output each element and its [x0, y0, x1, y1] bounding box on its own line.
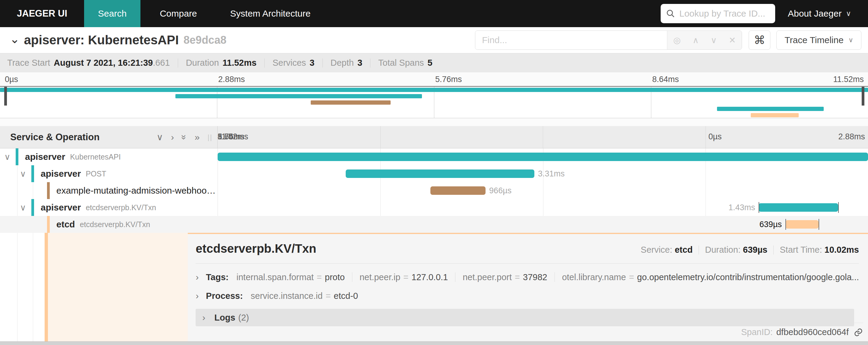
- tag-pair: net.peer.ip=127.0.0.1: [360, 272, 448, 282]
- keyboard-shortcuts-button[interactable]: ⌘: [749, 30, 770, 50]
- span-id-value: dfbebd960ced064f: [776, 327, 849, 337]
- expand-icon[interactable]: ›: [195, 291, 206, 301]
- span-row-webhook[interactable]: ∨ example-mutating-admission-webhook... …: [0, 182, 868, 199]
- nav-item-system-architecture[interactable]: System Architecture: [216, 0, 324, 27]
- find-input[interactable]: [475, 31, 667, 50]
- collapse-trace-icon[interactable]: ⌄: [10, 32, 20, 46]
- minimap-span-bar: [717, 107, 824, 111]
- nav-item-search[interactable]: Search: [84, 0, 141, 27]
- chevron-down-icon: ∨: [846, 9, 851, 18]
- minimap-span-bar: [176, 94, 422, 98]
- trace-lookup-box: [661, 4, 775, 23]
- detail-service: Service: etcd: [641, 245, 692, 255]
- locate-icon[interactable]: ◎: [673, 35, 681, 45]
- span-duration-label: 966µs: [486, 182, 515, 199]
- span-row-etcd-txn[interactable]: ∨ etcd etcdserverpb.KV/Txn 639µs: [0, 216, 868, 233]
- process-row[interactable]: › Process: service.instance.id=etcd-0: [195, 291, 859, 301]
- span-duration-label: 3.31ms: [534, 165, 568, 182]
- process-pair: service.instance.id=etcd-0: [251, 291, 358, 301]
- trace-total-spans: Total Spans 5: [378, 58, 433, 68]
- collapse-children-icon[interactable]: ∨: [20, 203, 31, 212]
- span-color-bar: [47, 216, 50, 233]
- minimap-canvas[interactable]: [0, 86, 868, 118]
- service-operation-header: Service & Operation: [10, 132, 99, 143]
- jaeger-trace-page: JAEGER UI Search Compare System Architec…: [0, 0, 868, 345]
- about-jaeger-menu[interactable]: About Jaeger ∨: [775, 0, 868, 27]
- brand-link[interactable]: JAEGER UI: [0, 0, 84, 27]
- collapse-all-icon[interactable]: »: [179, 135, 190, 140]
- tag-pair: net.peer.port=37982: [463, 272, 547, 282]
- link-icon[interactable]: [854, 327, 863, 337]
- tick-label: 2.88ms: [838, 132, 865, 141]
- search-icon: [666, 9, 675, 18]
- detail-start-time: Start Time: 10.02ms: [780, 245, 859, 255]
- trace-minimap: 0µs 2.88ms 5.76ms 8.64ms 11.52ms: [0, 73, 868, 126]
- span-bar[interactable]: [758, 203, 838, 212]
- span-rows: ∨ apiserver KubernetesAPI ∨ apiserver PO…: [0, 148, 868, 233]
- trace-lookup-input[interactable]: [679, 8, 770, 19]
- minimap-span-bar: [311, 100, 391, 105]
- find-controls: ◎ ∧ ∨ ✕: [667, 31, 742, 50]
- detail-operation-name: etcdserverpb.KV/Txn: [195, 242, 316, 255]
- tick-label: 0µs: [709, 132, 722, 141]
- trace-duration: Duration 11.52ms: [186, 58, 257, 68]
- prev-result-icon[interactable]: ∧: [692, 35, 699, 45]
- span-color-bar: [31, 165, 34, 182]
- span-row-apiserver-post[interactable]: ∨ apiserver POST 3.31ms: [0, 165, 868, 182]
- span-row-apiserver-kubernetesapi[interactable]: ∨ apiserver KubernetesAPI: [0, 148, 868, 165]
- next-result-icon[interactable]: ∨: [711, 35, 717, 45]
- bottom-scroll-strip[interactable]: [0, 341, 868, 345]
- span-detail-left-gutter: [0, 233, 188, 341]
- nav-item-compare[interactable]: Compare: [146, 0, 211, 27]
- minimap-span-bar: [0, 88, 868, 92]
- span-detail-section: etcdserverpb.KV/Txn Service: etcd Durati…: [0, 233, 868, 341]
- collapse-children-icon[interactable]: ∨: [4, 152, 16, 162]
- span-bar[interactable]: [346, 170, 534, 178]
- collapse-one-icon[interactable]: ∨: [156, 132, 163, 142]
- chevron-down-icon: ∨: [848, 36, 853, 44]
- top-nav: JAEGER UI Search Compare System Architec…: [0, 0, 868, 27]
- expand-icon[interactable]: ›: [195, 272, 206, 282]
- minimap-right-handle[interactable]: [862, 87, 864, 106]
- command-icon: ⌘: [754, 33, 765, 47]
- trace-services: Services 3: [273, 58, 314, 68]
- span-color-bar: [47, 182, 50, 199]
- span-detail-panel: etcdserverpb.KV/Txn Service: etcd Durati…: [188, 233, 868, 341]
- clear-find-icon[interactable]: ✕: [729, 35, 736, 45]
- span-bar[interactable]: [218, 152, 868, 161]
- span-bar[interactable]: [430, 186, 486, 195]
- minimap-ticks: 0µs 2.88ms 5.76ms 8.64ms 11.52ms: [0, 73, 868, 86]
- span-duration-label: 639µs: [756, 216, 785, 233]
- span-color-bar: [16, 148, 19, 165]
- tick-label: 11.52ms: [218, 132, 248, 141]
- trace-page-header: ⌄ apiserver: KubernetesAPI 8e9dca8 ◎ ∧ ∨…: [0, 27, 868, 53]
- tag-pair: otel.library.name=go.opentelemetry.io/co…: [562, 272, 859, 282]
- collapse-children-icon[interactable]: ∨: [20, 169, 31, 179]
- tags-row[interactable]: › Tags: internal.span.format=proto net.p…: [195, 272, 859, 282]
- trace-start: Trace Start August 7 2021, 16:21:39 .661: [7, 58, 170, 68]
- find-group: ◎ ∧ ∨ ✕: [475, 30, 742, 50]
- expand-all-icon[interactable]: »: [195, 132, 200, 142]
- span-color-bar: [31, 199, 34, 216]
- span-duration-label: 1.43ms: [725, 199, 759, 216]
- span-bar[interactable]: [785, 220, 818, 229]
- trace-depth: Depth 3: [331, 58, 363, 68]
- tag-pair: internal.span.format=proto: [237, 272, 345, 282]
- span-row-apiserver-etcd-txn[interactable]: ∨ apiserver etcdserverpb.KV/Txn 1.43ms: [0, 199, 868, 216]
- detail-duration: Duration: 639µs: [705, 245, 767, 255]
- column-resize-grip[interactable]: ||: [208, 133, 213, 141]
- trace-title[interactable]: apiserver: KubernetesAPI: [24, 33, 179, 47]
- expand-icon: ›: [202, 312, 214, 323]
- timeline-column-header: Service & Operation ∨ › » » || 0µs 2.88m…: [0, 126, 868, 148]
- expand-one-icon[interactable]: ›: [171, 132, 174, 142]
- trace-id: 8e9dca8: [184, 34, 226, 47]
- minimap-span-bar: [751, 113, 798, 117]
- span-color-accent: [44, 233, 48, 341]
- trace-summary-bar: Trace Start August 7 2021, 16:21:39 .661…: [0, 53, 868, 73]
- span-detail-footer: SpanID: dfbebd960ced064f: [195, 323, 863, 341]
- minimap-left-handle[interactable]: [4, 87, 7, 106]
- view-selector-button[interactable]: Trace Timeline ∨: [776, 30, 861, 50]
